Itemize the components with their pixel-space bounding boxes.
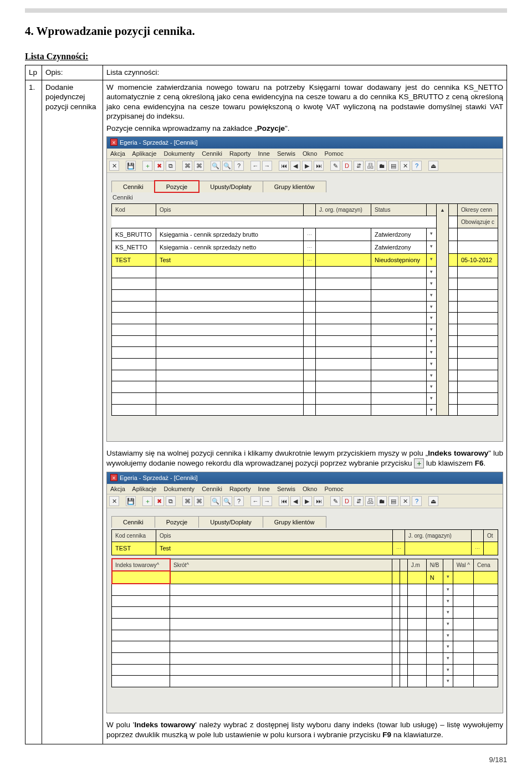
menu-item[interactable]: Raporty: [229, 150, 251, 157]
close-icon[interactable]: ×: [110, 139, 117, 146]
toolbar-icon[interactable]: ✕: [400, 161, 410, 171]
scroll-up-icon[interactable]: ▲: [440, 206, 445, 214]
chevron-down-icon[interactable]: ▾: [427, 228, 437, 241]
help-icon[interactable]: ?: [412, 496, 422, 506]
menu-item[interactable]: Serwis: [277, 486, 295, 492]
exit-icon[interactable]: ⏏: [428, 496, 438, 506]
menu-item[interactable]: Inne: [258, 486, 270, 492]
delete-icon[interactable]: ✖: [154, 161, 164, 171]
toolbar-icon[interactable]: ⇵: [354, 496, 364, 506]
last-icon[interactable]: ⏭: [314, 496, 324, 506]
menu-item[interactable]: Cenniki: [202, 150, 222, 157]
menu-item[interactable]: Okno: [303, 150, 317, 157]
tab-upusty[interactable]: Upusty/Dopłaty: [198, 516, 263, 528]
toolbar-icon[interactable]: 品: [365, 161, 375, 171]
exit-icon[interactable]: ⏏: [428, 161, 438, 171]
header-bar: [25, 8, 507, 13]
row-opis: Dodanie pojedynczej pozycji cennika: [42, 80, 103, 744]
toolbar-icon[interactable]: ✕: [109, 161, 119, 171]
toolbar-icon[interactable]: ⌘: [194, 161, 204, 171]
toolbar-icon[interactable]: ⇵: [354, 161, 364, 171]
tab-grupy[interactable]: Grupy klientów: [263, 181, 326, 192]
last-icon[interactable]: ⏭: [314, 161, 324, 171]
menu-item[interactable]: Cenniki: [202, 486, 222, 492]
toolbar-icon[interactable]: 🖿: [377, 161, 387, 171]
toolbar-icon[interactable]: 品: [365, 496, 375, 506]
chevron-down-icon[interactable]: ▾: [443, 571, 453, 584]
toolbar-icon[interactable]: ⌘: [182, 161, 192, 171]
toolbar-icon[interactable]: ?: [234, 161, 244, 171]
search-icon[interactable]: 🔍: [211, 161, 221, 171]
add-icon[interactable]: ＋: [142, 496, 152, 506]
delete-icon[interactable]: ✖: [154, 496, 164, 506]
gh-spacer: [448, 203, 457, 216]
toolbar-icon[interactable]: ✕: [400, 496, 410, 506]
chevron-down-icon[interactable]: ▾: [427, 254, 437, 267]
copy-icon[interactable]: ⧉: [166, 496, 176, 506]
save-icon[interactable]: 💾: [126, 496, 136, 506]
browse-icon[interactable]: …: [304, 241, 316, 253]
toolbar-icon[interactable]: ⌘: [194, 496, 204, 506]
menu-item[interactable]: Pomoc: [324, 486, 343, 492]
browse-icon[interactable]: …: [304, 254, 316, 267]
tab-pozycje[interactable]: Pozycje: [155, 181, 200, 192]
toolbar: ✕ 💾 ＋ ✖ ⧉ ⌘ ⌘ 🔍 🔍 ? ← →: [107, 494, 503, 508]
menu-item[interactable]: Akcja: [110, 486, 125, 492]
prev-icon[interactable]: ←: [250, 496, 260, 506]
toolbar-icon[interactable]: ✕: [109, 496, 119, 506]
next-icon[interactable]: →: [262, 161, 272, 171]
prev-icon[interactable]: ←: [250, 161, 260, 171]
save-icon[interactable]: 💾: [126, 161, 136, 171]
toolbar-icon[interactable]: ?: [234, 496, 244, 506]
toolbar-icon[interactable]: ✎: [330, 161, 340, 171]
menu-item[interactable]: Okno: [303, 486, 317, 492]
add-record-icon[interactable]: +: [414, 458, 424, 468]
menu-item[interactable]: Serwis: [277, 150, 295, 157]
col-header-lp: Lp: [25, 65, 42, 80]
back-icon[interactable]: ◀: [290, 496, 300, 506]
help-icon[interactable]: ?: [412, 161, 422, 171]
menu-item[interactable]: Aplikacje: [132, 150, 156, 157]
toolbar-icon[interactable]: ✎: [330, 496, 340, 506]
toolbar-icon[interactable]: D: [342, 161, 352, 171]
add-icon[interactable]: ＋: [142, 161, 152, 171]
tab-cenniki[interactable]: Cenniki: [111, 181, 155, 192]
tab-grupy[interactable]: Grupy klientów: [263, 516, 326, 528]
menu-item[interactable]: Dokumenty: [163, 150, 195, 157]
first-icon[interactable]: ⏮: [279, 496, 289, 506]
paragraph-3: Ustawiamy się na wolnej pozycji cennika …: [106, 448, 503, 468]
menu-item[interactable]: Aplikacje: [132, 486, 156, 492]
browse-icon[interactable]: …: [304, 228, 316, 241]
next-icon[interactable]: →: [262, 496, 272, 506]
toolbar-icon[interactable]: D: [342, 496, 352, 506]
toolbar-icon[interactable]: 🖿: [377, 496, 387, 506]
fwd-icon[interactable]: ▶: [302, 161, 312, 171]
menu-item[interactable]: Pomoc: [324, 150, 343, 157]
search-icon[interactable]: 🔍: [222, 161, 232, 171]
menu-item[interactable]: Raporty: [229, 486, 251, 492]
gh-dd: [427, 203, 437, 216]
first-icon[interactable]: ⏮: [279, 161, 289, 171]
tab-upusty[interactable]: Upusty/Dopłaty: [198, 181, 263, 192]
close-icon[interactable]: ×: [110, 474, 117, 481]
browse-icon[interactable]: …: [472, 542, 484, 555]
fwd-icon[interactable]: ▶: [302, 496, 312, 506]
copy-icon[interactable]: ⧉: [166, 161, 176, 171]
menu-item[interactable]: Akcja: [110, 150, 125, 157]
gh-indeks: Indeks towarowy^: [112, 559, 170, 571]
tab-pozycje[interactable]: Pozycje: [155, 516, 200, 528]
chevron-down-icon[interactable]: ▾: [427, 241, 437, 253]
search-icon[interactable]: 🔍: [222, 496, 232, 506]
menu-item[interactable]: Dokumenty: [163, 486, 195, 492]
search-icon[interactable]: 🔍: [211, 496, 221, 506]
gh-cena: Cena: [474, 559, 498, 571]
toolbar-icon[interactable]: ▤: [388, 496, 398, 506]
back-icon[interactable]: ◀: [290, 161, 300, 171]
grid-scrollbar[interactable]: ▲: [437, 203, 449, 416]
menu-item[interactable]: Inne: [258, 150, 270, 157]
toolbar-icon[interactable]: ⌘: [182, 496, 192, 506]
indeks-cell[interactable]: [112, 571, 170, 584]
browse-icon[interactable]: …: [393, 542, 405, 555]
toolbar-icon[interactable]: ▤: [388, 161, 398, 171]
tab-cenniki[interactable]: Cenniki: [111, 516, 155, 528]
